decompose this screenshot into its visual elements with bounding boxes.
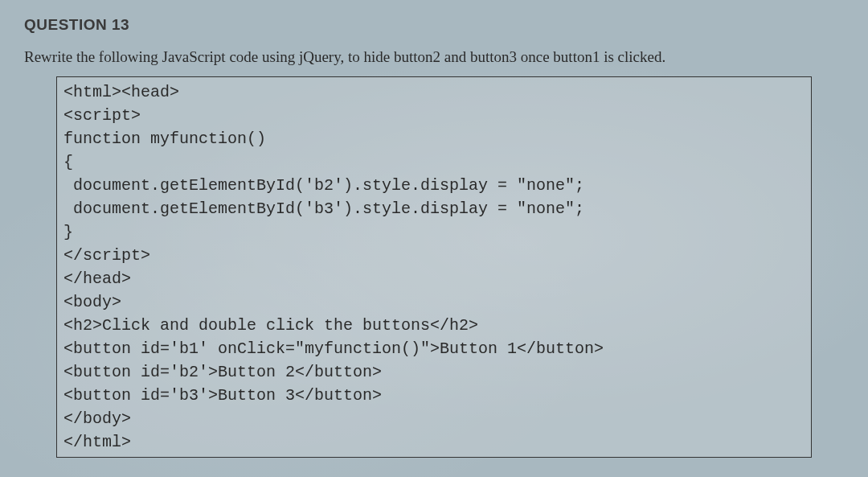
code-line: </head> [63, 267, 805, 290]
code-line: <button id='b3'>Button 3</button> [63, 384, 805, 407]
code-block: <html><head> <script> function myfunctio… [56, 76, 812, 458]
code-line: { [63, 150, 805, 174]
question-number: QUESTION 13 [24, 16, 844, 34]
code-line: </html> [63, 430, 805, 454]
code-line: </script> [63, 244, 805, 267]
question-prompt: Rewrite the following JavaScript code us… [24, 47, 844, 68]
code-line: function myfunction() [63, 127, 805, 150]
code-line: <button id='b2'>Button 2</button> [63, 360, 805, 384]
code-line: document.getElementById('b3').style.disp… [63, 197, 805, 220]
code-line: <button id='b1' onClick="myfunction()">B… [63, 337, 805, 360]
code-line: <html><head> [63, 80, 805, 104]
code-line: document.getElementById('b2').style.disp… [63, 174, 805, 197]
code-line: <body> [63, 290, 805, 314]
code-line: <script> [63, 104, 805, 127]
code-line: </body> [63, 407, 805, 430]
code-line: <h2>Click and double click the buttons</… [63, 314, 805, 337]
code-line: } [63, 220, 805, 244]
